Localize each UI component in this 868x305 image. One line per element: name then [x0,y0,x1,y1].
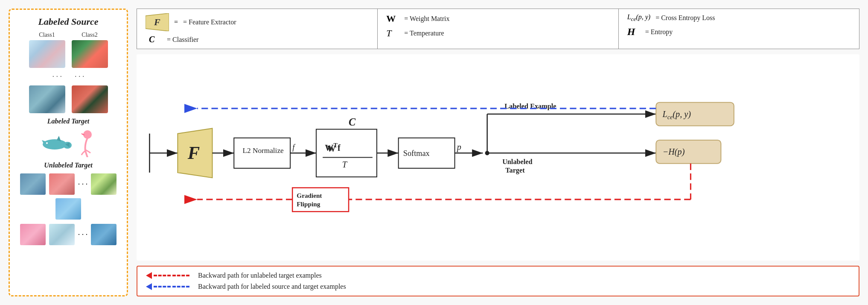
svg-text:C: C [349,116,356,128]
class2-item: Class2 [72,32,108,68]
svg-text:WTf: WTf [325,142,341,152]
legend-cell-1: F = = Feature Extractor C = Classifier [137,9,378,49]
class1-image [29,40,65,68]
blue-dash-2 [172,286,189,287]
class4-image [72,85,108,113]
unlabeled-dots1: · · · [78,180,88,189]
shark-icon [42,134,72,153]
w-symbol: W [386,13,399,24]
svg-rect-24 [316,129,377,177]
dots-row: · · · · · · [16,72,120,81]
svg-text:F: F [187,143,200,163]
svg-text:f: f [292,143,296,152]
class3-image [29,85,65,113]
legend-item-lce: Lce(p, y) = Cross Entropy Loss [627,13,851,23]
unlabeled-img2 [49,173,75,195]
dots2: · · · [75,72,84,81]
unlabeled-target-label: Unlabeled Target [16,161,120,169]
svg-text:T: T [342,160,348,169]
lce-symbol: Lce(p, y) [627,13,651,23]
left-panel-title: Labeled Source [16,16,120,27]
unlabeled-target-row2: · · · [16,224,120,245]
class1-label: Class1 [39,32,55,38]
svg-text:Softmax: Softmax [403,149,430,158]
class-row2 [16,85,120,113]
red-legend-desc: Backward path for unlabeled target examp… [198,272,322,279]
legend-item-t: T = Temperature [386,28,609,39]
flow-area: F L2 Normalize f C W WTf T [137,54,859,261]
dots1: · · · [52,72,62,81]
svg-text:p: p [456,142,461,152]
unlabeled-target-row: · · · [16,173,120,220]
unlabeled-dots2: · · · [78,230,88,239]
red-dash-1 [154,275,171,276]
class1-item: Class1 [29,32,65,68]
svg-point-0 [43,139,67,150]
c-symbol: C [149,35,162,44]
right-panel: F = = Feature Extractor C = Classifier W… [137,9,859,296]
lce-text: = Cross Entropy Loss [655,14,715,22]
unlabeled-img6 [49,224,75,245]
class2-label: Class2 [82,32,97,38]
legend-item-h: H = Entropy [627,26,851,38]
svg-text:L2 Normalize: L2 Normalize [243,147,284,155]
h-text: = Entropy [645,28,673,36]
svg-text:Flipping: Flipping [297,200,320,208]
h-symbol: H [627,26,640,38]
fe-text: = Feature Extractor [183,18,236,26]
legend-item-c: C = Classifier [146,35,369,44]
legend-box: F = = Feature Extractor C = Classifier W… [137,9,859,49]
legend-item-w: W = Weight Matrix [386,13,609,24]
unlabeled-img7 [91,224,117,245]
t-symbol: T [386,28,399,39]
blue-arrowhead [146,283,152,290]
unlabeled-img4 [55,198,81,220]
svg-text:−H(p): −H(p) [662,147,684,157]
svg-point-5 [46,142,48,144]
left-panel: Labeled Source Class1 Class2 · · · · · ·… [9,9,128,296]
svg-text:Target: Target [505,167,525,174]
flamingo-icon [80,129,95,157]
svg-text:F: F [154,17,160,27]
svg-text:Gradient: Gradient [297,192,322,199]
svg-text:Unlabeled: Unlabeled [502,158,532,166]
unlabeled-img1 [20,173,46,195]
t-text: = Temperature [404,29,444,37]
blue-arrow-indicator [146,283,189,290]
red-dash-2 [172,275,189,276]
red-arrowhead [146,272,152,279]
unlabeled-img5 [20,224,46,245]
labeled-target-row [16,129,120,157]
bottom-legend: Backward path for unlabeled target examp… [137,266,859,296]
unlabeled-img3 [91,173,117,195]
labeled-target-label: Labeled Target [16,117,120,125]
c-text: = Classifier [167,36,198,44]
fe-equals: = [174,18,178,26]
flow-svg: F L2 Normalize f C W WTf T [137,54,859,261]
class-row: Class1 Class2 [16,32,120,68]
class4-item [72,85,108,113]
main-container: Labeled Source Class1 Class2 · · · · · ·… [0,0,868,305]
class3-item [29,85,65,113]
blue-dash-1 [154,286,171,287]
red-arrow-indicator [146,272,189,279]
feature-extractor-legend-icon: F [146,13,169,31]
legend-row-red: Backward path for unlabeled target examp… [146,272,850,279]
legend-item-fe: F = = Feature Extractor [146,13,369,31]
legend-row-blue: Backward path for labeled source and tar… [146,283,850,290]
w-text: = Weight Matrix [404,15,449,23]
legend-cell-2: W = Weight Matrix T = Temperature [378,9,618,49]
legend-cell-3: Lce(p, y) = Cross Entropy Loss H = Entro… [619,9,859,49]
class2-image [72,40,108,68]
blue-legend-desc: Backward path for labeled source and tar… [198,283,346,290]
